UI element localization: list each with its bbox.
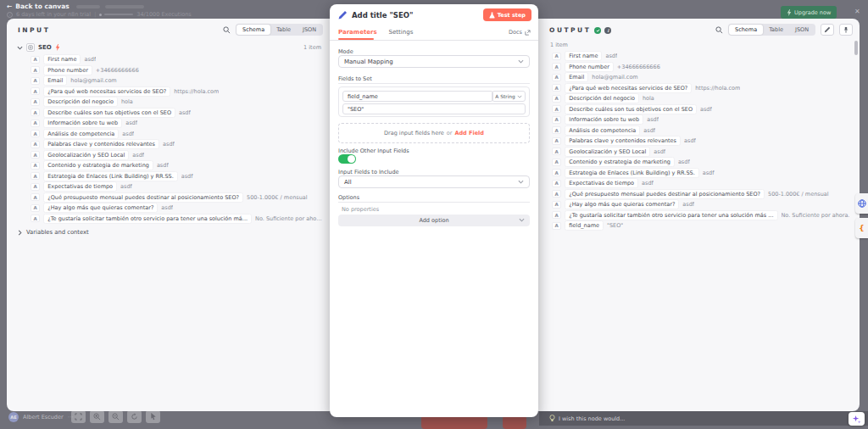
drag-fields-dropzone[interactable]: Drag input fields here or Add Field [338,123,530,143]
schema-field-row[interactable]: A Estrategia de Enlaces (Link Building) … [31,171,323,182]
output-scrollbar[interactable] [854,41,858,55]
schema-field-row[interactable]: A ¿Te gustaría solicitar también otro se… [552,210,853,221]
schema-field-row[interactable]: A Contenido y estrategia de marketing as… [31,160,323,171]
schema-field-row[interactable]: A First name asdf [31,54,323,65]
field-name-pill[interactable]: Descripción del negocio [43,97,118,107]
schema-field-row[interactable]: A Expectativas de tiempo asdf [552,178,853,189]
field-name-pill[interactable]: ¿Para qué web necesitas servicios de SEO… [565,83,692,93]
schema-field-row[interactable]: A Email hola@gmail.com [31,75,323,86]
field-name-pill[interactable]: Estrategia de Enlaces (Link Building) y … [43,171,177,181]
field-name-pill[interactable]: ¿Te gustaría solicitar también otro serv… [43,214,252,224]
field-name-pill[interactable]: Phone number [43,65,92,75]
schema-field-row[interactable]: A ¿Para qué web necesitas servicios de S… [31,86,323,98]
test-step-button[interactable]: Test step [483,8,531,21]
field-name-pill[interactable]: field_name [565,220,604,231]
schema-field-row[interactable]: A ¿Hay algo más que quieras comentar? as… [31,203,323,214]
schema-field-row[interactable]: A Palabras clave y contenidos relevantes… [31,139,323,150]
add-field-link[interactable]: Add Field [454,130,484,136]
tab-schema[interactable]: Schema [236,25,270,35]
schema-field-row[interactable]: A ¿Qué presupuesto mensual puedes destin… [31,192,323,203]
schema-field-row[interactable]: A Phone number +34666666666 [31,65,323,76]
schema-field-row[interactable]: A Describe cuáles son tus objetivos con … [552,104,853,115]
schema-field-row[interactable]: A Análisis de competencia asdf [31,129,323,140]
field-value-input[interactable]: "SEO" [342,103,526,114]
variables-and-context-toggle[interactable]: Variables and context [18,229,89,236]
schema-field-row[interactable]: A Email hola@gmail.com [552,72,853,83]
schema-field-row[interactable]: A Describe cuáles son tus objetivos con … [31,108,323,119]
pin-output-button[interactable] [839,24,853,36]
input-source-node-row[interactable]: SEO 1 item [17,43,321,52]
field-name-pill[interactable]: Estrategia de Enlaces (Link Building) y … [565,168,698,178]
field-name-pill[interactable]: Información sobre tu web [565,114,643,125]
field-name-pill[interactable]: Describe cuáles son tus objetivos con el… [43,108,175,118]
field-name-input[interactable]: field_name [342,91,493,102]
field-name-pill[interactable]: Geolocalización y SEO Local [43,150,129,160]
tab-json[interactable]: JSON [297,25,322,35]
field-name-pill[interactable]: Análisis de competencia [43,129,119,139]
field-name-pill[interactable]: Email [565,72,588,82]
schema-field-row[interactable]: A Análisis de competencia asdf [552,125,853,136]
tab-parameters[interactable]: Parameters [338,29,377,36]
field-name-pill[interactable]: Descripción del negocio [565,93,639,103]
field-name-pill[interactable]: ¿Qué presupuesto mensual puedes destinar… [565,189,765,199]
field-name-pill[interactable]: First name [43,54,81,64]
include-other-fields-toggle[interactable] [338,154,356,164]
search-icon[interactable] [223,26,231,34]
field-name-pill[interactable]: First name [565,51,602,61]
field-name-pill[interactable]: Expectativas de tiempo [43,181,117,192]
schema-field-row[interactable]: A Información sobre tu web asdf [31,118,323,129]
tab-settings[interactable]: Settings [389,29,414,36]
field-name-pill[interactable]: Contenido y estrategia de marketing [565,157,675,167]
schema-field-row[interactable]: A Palabras clave y contenidos relevantes… [552,136,853,147]
edit-output-button[interactable] [821,24,834,36]
field-name-pill[interactable]: Contenido y estrategia de marketing [43,160,153,170]
browser-extension-globe-tab[interactable] [855,193,868,214]
field-name-pill[interactable]: Información sobre tu web [43,118,122,128]
schema-field-row[interactable]: A Phone number +34666666666 [552,62,853,73]
field-name-pill[interactable]: Phone number [565,62,614,72]
schema-field-row[interactable]: A Geolocalización y SEO Local asdf [31,150,323,161]
field-type-value: String [500,94,515,99]
mode-select[interactable]: Manual Mapping [338,55,530,68]
tab-table[interactable]: Table [270,25,297,35]
field-name-pill[interactable]: Describe cuáles son tus objetivos con el… [565,104,697,114]
schema-field-row[interactable]: A First name asdf [552,51,853,62]
schema-field-row[interactable]: A field_name "SEO" [552,220,853,231]
input-fields-select[interactable]: All [338,176,530,188]
ai-assistant-button[interactable] [849,412,865,426]
schema-field-row[interactable]: A Descripción del negocio hola [552,93,853,104]
schema-field-row[interactable]: A Expectativas de tiempo asdf [31,181,323,192]
field-name-pill[interactable]: Geolocalización y SEO Local [565,147,650,157]
tab-table[interactable]: Table [763,25,789,35]
schema-field-row[interactable]: A Descripción del negocio hola [31,97,323,108]
field-name-pill[interactable]: Palabras clave y contenidos relevantes [565,136,681,146]
schema-field-row[interactable]: A Geolocalización y SEO Local asdf [552,147,853,158]
node-feedback-bar[interactable]: I wish this node would... [539,411,868,426]
schema-field-row[interactable]: A ¿Te gustaría solicitar también otro se… [31,214,323,225]
field-name-pill[interactable]: Email [43,75,67,86]
chevron-down-icon[interactable] [17,46,23,50]
node-title[interactable]: Add title "SEO" [352,11,413,20]
tab-schema[interactable]: Schema [729,25,763,35]
field-name-pill[interactable]: ¿Qué presupuesto mensual puedes destinar… [43,192,243,203]
field-name-pill[interactable]: ¿Te gustaría solicitar también otro serv… [565,210,777,220]
add-option-button[interactable]: Add option [338,214,530,226]
field-name-pill[interactable]: Análisis de competencia [565,125,640,136]
field-name-pill[interactable]: Expectativas de tiempo [565,178,638,188]
schema-field-row[interactable]: A Estrategia de Enlaces (Link Building) … [552,168,853,179]
field-name-pill[interactable]: ¿Hay algo más que quieras comentar? [565,199,679,209]
search-icon[interactable] [715,26,723,34]
browser-extension-json-tab[interactable]: { [855,218,868,238]
field-name-pill[interactable]: Palabras clave y contenidos relevantes [43,139,159,149]
schema-field-row[interactable]: A ¿Hay algo más que quieras comentar? as… [552,199,853,210]
back-to-canvas-button[interactable]: ← Back to canvas [7,3,70,10]
schema-field-row[interactable]: A ¿Qué presupuesto mensual puedes destin… [552,189,853,200]
schema-field-row[interactable]: A Contenido y estrategia de marketing as… [552,157,853,168]
field-name-pill[interactable]: ¿Hay algo más que quieras comentar? [43,203,158,213]
field-type-select[interactable]: A String [492,91,526,102]
docs-link[interactable]: Docs [509,29,531,36]
schema-field-row[interactable]: A ¿Para qué web necesitas servicios de S… [552,83,853,94]
field-name-pill[interactable]: ¿Para qué web necesitas servicios de SEO… [43,86,170,97]
tab-json[interactable]: JSON [789,25,815,35]
schema-field-row[interactable]: A Información sobre tu web asdf [552,114,853,125]
